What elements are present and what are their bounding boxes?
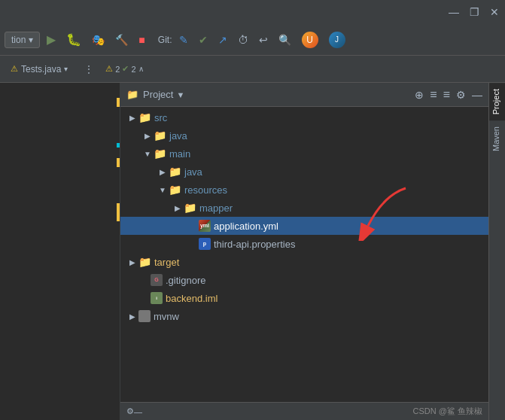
folder-icon-java2: 📁 xyxy=(169,166,181,178)
git-history-icon: ⏱ xyxy=(238,34,248,46)
chevron-java2: ▶ xyxy=(157,168,169,176)
problem-counts: ⚠ 2 ✔ 2 ∧ xyxy=(105,64,143,74)
git-label: Git: xyxy=(158,35,172,45)
tree-item-target[interactable]: ▶ 📁 target xyxy=(120,253,488,271)
filter-icon[interactable]: ≡ xyxy=(443,88,450,102)
folder-icon-mapper: 📁 xyxy=(184,202,196,214)
label-src: src xyxy=(154,112,167,123)
gear-icon[interactable]: ⚙ xyxy=(456,89,466,101)
folder-icon-resources: 📁 xyxy=(169,184,181,196)
tree-item-gitignore[interactable]: ▶ G .gitignore xyxy=(120,271,488,289)
file-tab-dropdown[interactable]: ▾ xyxy=(64,65,68,73)
debug-icon: 🐛 xyxy=(66,32,81,47)
main-layout: 📁 Project ▼ ⊕ ≡ ≡ ⚙ — ▶ 📁 src xyxy=(0,83,505,420)
build-button[interactable]: 🔨 xyxy=(111,28,132,52)
ok-count: 2 xyxy=(131,65,135,74)
sidebar-tab-project-label: Project xyxy=(491,89,500,114)
project-header: 📁 Project ▼ ⊕ ≡ ≡ ⚙ — xyxy=(120,83,488,107)
mvnw-file-icon xyxy=(138,310,151,322)
label-java2: java xyxy=(184,166,202,178)
sidebar-tab-maven-label: Maven xyxy=(491,126,500,151)
left-gutter-panel xyxy=(0,83,120,420)
minimize-button[interactable]: — xyxy=(449,6,459,18)
sidebar-tab-project[interactable]: Project xyxy=(489,83,505,120)
label-mvnw: mvnw xyxy=(154,311,179,322)
chevron-mvnw: ▶ xyxy=(126,312,138,321)
folder-icon-src: 📁 xyxy=(138,111,151,123)
tree-item-application-yml[interactable]: ▶ yml application.yml xyxy=(120,217,488,235)
status-minus-icon[interactable]: — xyxy=(134,407,142,416)
close-button[interactable]: ✕ xyxy=(490,6,499,18)
chevron-target: ▶ xyxy=(126,258,138,266)
gitignore-file-icon: G xyxy=(151,274,163,286)
brand-icon-button[interactable]: J xyxy=(325,28,349,52)
coverage-button[interactable]: 🎭 xyxy=(88,28,108,52)
label-main: main xyxy=(169,148,190,160)
project-header-icons: ⊕ ≡ ≡ ⚙ — xyxy=(415,88,482,102)
project-panel: 📁 Project ▼ ⊕ ≡ ≡ ⚙ — ▶ 📁 src xyxy=(120,83,488,420)
globe-icon[interactable]: ⊕ xyxy=(415,89,424,101)
file-tab-warning: ⚠ xyxy=(11,64,18,74)
collapse-icon[interactable]: — xyxy=(472,89,482,101)
tree-item-mvnw[interactable]: ▶ mvnw xyxy=(120,307,488,325)
coverage-icon: 🎭 xyxy=(92,34,105,46)
gutter-marker-2 xyxy=(117,158,120,167)
label-backend-iml: backend.iml xyxy=(166,293,218,304)
watermark: CSDN @鲨 鱼辣椒 xyxy=(413,406,482,417)
git-undo-button[interactable]: ↩ xyxy=(255,28,272,52)
chevron-resources: ▼ xyxy=(157,186,169,194)
folder-icon: 📁 xyxy=(126,89,138,100)
chevron-props: ▶ xyxy=(187,240,199,248)
run-config-dropdown-icon: ▾ xyxy=(29,35,33,45)
git-pencil-icon: ✎ xyxy=(179,34,188,46)
status-gear-icon[interactable]: ⚙ xyxy=(126,406,134,416)
folder-icon-target: 📁 xyxy=(138,256,151,268)
git-history-button[interactable]: ⏱ xyxy=(234,28,252,52)
maximize-button[interactable]: ❐ xyxy=(470,6,479,18)
folder-icon-main: 📁 xyxy=(154,148,166,160)
expand-problems-icon[interactable]: ∧ xyxy=(138,65,144,73)
tree-item-third-api[interactable]: ▶ p third-api.properties xyxy=(120,235,488,253)
run-config-selector[interactable]: tion ▾ xyxy=(5,32,40,48)
gutter-marker-1 xyxy=(117,98,120,107)
label-third-api: third-api.properties xyxy=(214,239,295,250)
tab-menu-icon: ⋮ xyxy=(84,64,93,75)
git-push-button[interactable]: ↗ xyxy=(214,28,231,52)
chevron-iml: ▶ xyxy=(138,294,151,303)
project-dropdown-icon[interactable]: ▼ xyxy=(176,90,184,99)
sort-icon[interactable]: ≡ xyxy=(430,88,437,102)
folder-icon-java1: 📁 xyxy=(154,129,166,142)
tree-item-src[interactable]: ▶ 📁 src xyxy=(120,108,488,126)
warning-count: 2 xyxy=(115,65,120,74)
user-icon-button[interactable]: U xyxy=(298,28,322,52)
run-button[interactable]: ▶ xyxy=(43,28,59,52)
stop-button[interactable]: ■ xyxy=(135,28,148,52)
chevron-yml: ▶ xyxy=(187,222,199,230)
git-pencil-button[interactable]: ✎ xyxy=(175,28,192,52)
tree-item-java2[interactable]: ▶ 📁 java xyxy=(120,163,488,181)
run-config-label: tion xyxy=(11,35,26,45)
brand-avatar: J xyxy=(329,32,345,48)
chevron-src: ▶ xyxy=(126,114,138,122)
tree-item-mapper[interactable]: ▶ 📁 mapper xyxy=(120,199,488,217)
chevron-main: ▼ xyxy=(141,150,154,158)
debug-button[interactable]: 🐛 xyxy=(62,28,85,52)
tree-item-backend-iml[interactable]: ▶ i backend.iml xyxy=(120,289,488,307)
build-icon: 🔨 xyxy=(115,34,128,46)
tree-item-resources[interactable]: ▼ 📁 resources xyxy=(120,181,488,199)
git-undo-icon: ↩ xyxy=(259,34,268,46)
git-check-icon: ✔ xyxy=(199,34,208,46)
label-resources: resources xyxy=(184,184,227,196)
search-button[interactable]: 🔍 xyxy=(275,28,295,52)
gutter-marker-cyan xyxy=(117,143,120,148)
chevron-gitignore: ▶ xyxy=(138,276,151,285)
tab-bar: ⚠ Tests.java ▾ ⋮ ⚠ 2 ✔ 2 ∧ xyxy=(0,56,505,83)
tab-menu-button[interactable]: ⋮ xyxy=(77,59,101,80)
file-tab[interactable]: ⚠ Tests.java ▾ xyxy=(3,59,75,80)
sidebar-tab-maven[interactable]: Maven xyxy=(489,120,505,157)
tree-item-main[interactable]: ▼ 📁 main xyxy=(120,145,488,163)
tree-item-java1[interactable]: ▶ 📁 java xyxy=(120,126,488,145)
user-avatar: U xyxy=(302,32,318,48)
status-bar: ⚙ — CSDN @鲨 鱼辣椒 xyxy=(120,402,488,420)
git-check-button[interactable]: ✔ xyxy=(195,28,211,52)
